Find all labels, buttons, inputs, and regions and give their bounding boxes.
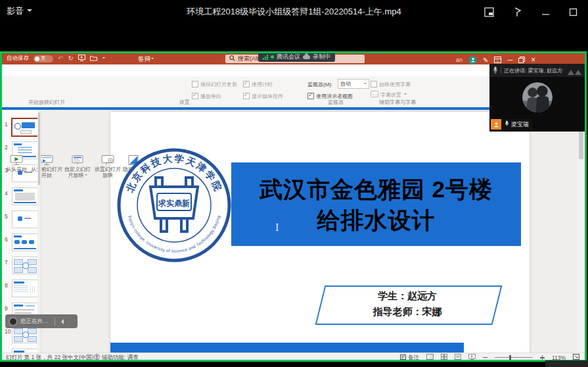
notes-icon <box>400 355 406 361</box>
slide-number: 5 <box>5 213 8 220</box>
slide-title-line2: 给排水设计 <box>317 205 436 235</box>
advisor-line: 指导老师：宋娜 <box>320 304 495 320</box>
slide-thumbnail-8[interactable] <box>12 280 38 297</box>
group-label: 辅助字幕与字幕 <box>369 99 426 106</box>
media-player-titlebar: 影音 环境工程2018级毕设小组级答辩1组-20220514-上午.mp4 <box>0 0 588 26</box>
keep-slides-updated-checkbox[interactable]: 保持幻灯片更新 <box>192 80 237 88</box>
slide-counter: 幻灯片 第 1 张，共 22 张 <box>6 354 68 361</box>
screen: 影音 环境工程2018级毕设小组级答辩1组-20220514-上午.mp4 自动… <box>0 0 588 367</box>
meeting-video-overlay[interactable]: 正在讲话: 梁宝瑞, 赵远方 梁宝瑞 <box>489 64 585 132</box>
slideshow-qat-icon[interactable] <box>78 55 85 62</box>
ink-pen-icon[interactable]: ✎ <box>483 57 488 64</box>
ribbon-group-captions: 始终使用字幕 字幕设置 辅助字幕与字幕 <box>369 76 426 107</box>
ppt-close-icon[interactable]: × <box>531 57 535 64</box>
slide-sorter-view-icon[interactable] <box>441 354 447 361</box>
meeting-status-badge[interactable]: 腾讯会议 录制中 <box>258 52 335 62</box>
ppt-minimize-icon[interactable]: ─ <box>507 57 512 64</box>
slide-title-banner[interactable]: 武汉市金色雅园 2号楼 给排水设计 <box>231 162 521 246</box>
slide-thumbnail-1[interactable] <box>12 118 38 136</box>
zoom-slider-thumb[interactable] <box>509 355 511 360</box>
cloud-recording-icon <box>303 55 310 59</box>
mini-player-icon[interactable] <box>484 7 494 17</box>
participant-avatar <box>522 82 553 112</box>
group-label: 设置 <box>67 99 302 106</box>
ribbon-group-monitors: 监视器(M): 自动 使用演示者视图 监视器 <box>306 76 365 107</box>
monitor-dropdown[interactable]: 自动 <box>338 79 369 89</box>
slide-number: 7 <box>5 259 8 266</box>
signal-icon <box>263 55 268 60</box>
sharing-floating-bar[interactable]: 您正在共享屏幕 <box>5 314 78 328</box>
toggle-knob <box>35 57 39 61</box>
participant-video[interactable]: 梁宝瑞 <box>489 77 585 132</box>
cast-to-device-icon[interactable] <box>513 7 522 17</box>
zoom-level[interactable]: 113% <box>552 355 566 361</box>
normal-view-icon[interactable] <box>426 354 434 361</box>
minimize-window-icon[interactable] <box>541 8 550 16</box>
custom-slideshow-button[interactable]: 自定义幻灯片放映 <box>63 155 92 178</box>
maximize-window-icon[interactable] <box>569 8 577 16</box>
monitor-label: 监视器(M): <box>307 81 332 88</box>
from-current-slide-button[interactable]: 从当前幻灯片开始 <box>30 155 63 178</box>
scroll-down-icon[interactable] <box>579 346 583 350</box>
slide-thumbnail-6[interactable] <box>12 233 38 251</box>
letterbox-bottom <box>0 362 588 367</box>
chevron-down-icon <box>151 58 154 61</box>
use-timings-checkbox[interactable]: 使用计时 <box>243 80 273 88</box>
undo-icon[interactable]: ↶ <box>58 55 63 62</box>
slide-title-line1: 武汉市金色雅园 2号楼 <box>260 174 493 205</box>
slide-number: 10 <box>5 328 11 335</box>
checkbox-icon <box>243 81 250 87</box>
zoom-slider[interactable] <box>495 357 533 358</box>
autosave-label: 自动保存 <box>7 55 29 62</box>
language-indicator[interactable]: 中文(中国) <box>68 354 94 361</box>
slide-thumbnail-7[interactable] <box>12 257 38 274</box>
reading-view-icon[interactable] <box>455 354 461 361</box>
slide-number: 6 <box>5 236 8 243</box>
editor-scrollbar[interactable] <box>577 112 585 353</box>
setup-slideshow-icon <box>101 155 114 166</box>
subtitle-settings-icon <box>371 91 378 99</box>
from-beginning-button[interactable]: 从头开始 <box>4 155 29 172</box>
camera-lens-icon <box>9 317 18 326</box>
meeting-logo-icon <box>568 66 581 75</box>
slide-thumbnail-5[interactable] <box>12 210 38 228</box>
dropdown-chevron-icon <box>85 174 87 177</box>
slide-thumbnail-4[interactable] <box>12 187 38 205</box>
sharing-status-text: 您正在共享屏幕 <box>20 318 52 326</box>
slideshow-view-icon[interactable] <box>468 354 476 361</box>
open-folder-icon[interactable] <box>90 55 97 62</box>
search-icon <box>229 55 235 62</box>
autosave-state: 关 <box>41 55 46 62</box>
player-control-remnant <box>545 360 588 367</box>
slide-number: 9 <box>5 305 8 312</box>
slide-thumbnail-10[interactable] <box>12 326 38 343</box>
autosave-toggle[interactable]: 关 <box>34 55 53 62</box>
redo-icon[interactable]: ↻ <box>68 55 73 62</box>
zoom-in-icon[interactable] <box>540 355 545 360</box>
subtitle-settings-button[interactable]: 字幕设置 <box>371 91 407 99</box>
participant-role-icon <box>491 119 501 130</box>
notes-button[interactable]: 备注 <box>400 354 419 361</box>
microphone-icon <box>493 66 498 75</box>
university-logo: 北京科技大学天津学院 Tianjin college, University o… <box>116 147 232 263</box>
student-line: 学生：赵远方 <box>320 288 495 304</box>
speaking-text: 正在讲话: 梁宝瑞, 赵远方 <box>504 67 562 74</box>
account-avatar[interactable] <box>468 56 477 64</box>
recording-label: 录制中 <box>313 53 330 61</box>
divider <box>501 67 501 74</box>
dropdown-chevron-icon <box>404 93 407 96</box>
qat-customize-icon[interactable] <box>102 57 105 60</box>
accessibility-status[interactable]: 辅助功能: 调查 <box>94 354 139 361</box>
account-name-text: an <box>456 57 463 63</box>
ribbon-group-setup: 设置幻灯片放映 隐藏幻灯片 排练计时 录制 保持幻灯片更新 播放旁白 使用计时 … <box>93 76 302 107</box>
text-cursor-ibeam: I <box>275 222 279 233</box>
always-use-subtitles-checkbox[interactable]: 始终使用字幕 <box>371 80 411 88</box>
scrollbar-thumb[interactable] <box>38 112 40 185</box>
meeting-speaking-bar: 正在讲话: 梁宝瑞, 赵远方 <box>489 64 585 77</box>
collapse-chevron-icon[interactable] <box>58 319 64 324</box>
divider <box>55 318 55 326</box>
microphone-icon <box>505 120 509 128</box>
zoom-out-icon[interactable] <box>483 357 487 358</box>
svg-text:求实鼎新: 求实鼎新 <box>158 199 190 208</box>
document-title[interactable]: 答辩 <box>138 55 154 64</box>
